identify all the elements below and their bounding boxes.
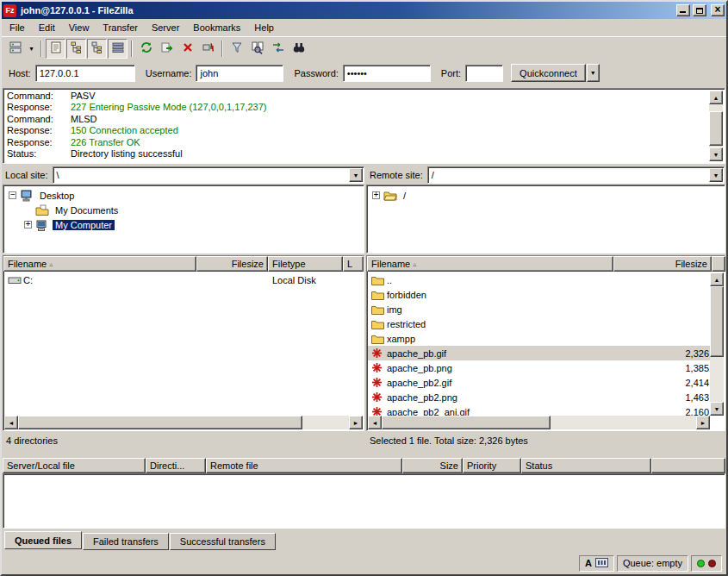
sync-browsing-button[interactable] xyxy=(268,39,288,59)
file-name: apache_pb.png xyxy=(387,363,452,373)
disconnect-button[interactable] xyxy=(198,39,218,59)
find-button[interactable] xyxy=(289,39,308,59)
panel-splitter[interactable] xyxy=(364,164,367,431)
scrollbar-track[interactable] xyxy=(18,416,349,429)
compare-button[interactable] xyxy=(247,39,267,59)
column-header-priority[interactable]: Priority xyxy=(463,458,521,473)
column-header-filename[interactable]: Filename▵ xyxy=(3,256,196,272)
menu-server[interactable]: Server xyxy=(145,19,186,36)
refresh-button[interactable] xyxy=(136,39,156,59)
password-input[interactable] xyxy=(343,65,431,82)
scrollbar-track[interactable] xyxy=(709,104,723,147)
scrollbar-track[interactable] xyxy=(382,416,696,429)
column-header-local-file[interactable]: Server/Local file xyxy=(3,458,146,473)
scrollbar-track[interactable] xyxy=(710,286,724,402)
scroll-left-button[interactable]: ◄ xyxy=(4,416,18,429)
tree-item-root[interactable]: + / xyxy=(367,188,725,203)
process-queue-button[interactable] xyxy=(157,39,177,59)
tree-item-desktop[interactable]: − Desktop xyxy=(3,188,364,203)
site-manager-dropdown-button[interactable]: ▼ xyxy=(26,39,37,59)
host-input[interactable] xyxy=(35,65,135,82)
toggle-queue-button[interactable] xyxy=(108,39,128,59)
scroll-right-button[interactable]: ► xyxy=(349,416,363,429)
scroll-down-button[interactable]: ▼ xyxy=(709,147,723,161)
file-row[interactable]: apache_pb2.gif 2,414 xyxy=(368,375,710,390)
chevron-down-icon[interactable]: ▼ xyxy=(709,168,723,182)
toggle-message-log-button[interactable] xyxy=(46,39,65,59)
cancel-button[interactable] xyxy=(177,39,197,59)
local-rows: C: Local Disk xyxy=(4,272,363,416)
file-row[interactable]: xampp xyxy=(368,331,710,346)
scroll-up-button[interactable]: ▲ xyxy=(710,272,724,286)
file-row[interactable]: apache_pb2_ani.gif 2,160 xyxy=(368,404,710,416)
menu-edit[interactable]: Edit xyxy=(32,19,62,36)
scrollbar-thumb[interactable] xyxy=(18,416,302,429)
file-row[interactable]: apache_pb.png 1,385 xyxy=(368,360,710,375)
tab-queued-files[interactable]: Queued files xyxy=(4,531,82,549)
quickconnect-button[interactable]: Quickconnect xyxy=(511,64,586,82)
column-header-size[interactable]: Size xyxy=(402,458,463,473)
queue-body[interactable] xyxy=(3,473,725,529)
expand-icon[interactable]: + xyxy=(372,191,380,199)
maximize-button[interactable] xyxy=(693,4,706,16)
column-header-filetype[interactable]: Filetype xyxy=(268,256,343,272)
file-row-selected[interactable]: apache_pb.gif 2,326 xyxy=(368,346,710,360)
site-manager-button[interactable] xyxy=(5,39,25,59)
toggle-local-tree-button[interactable] xyxy=(66,39,86,59)
menu-help[interactable]: Help xyxy=(247,19,281,36)
tab-successful-transfers[interactable]: Successful transfers xyxy=(170,533,276,550)
file-name: apache_pb2_ani.gif xyxy=(387,407,470,416)
chevron-down-icon[interactable]: ▼ xyxy=(349,168,363,182)
scroll-down-button[interactable]: ▼ xyxy=(710,402,724,416)
log-scrollbar[interactable]: ▲ ▼ xyxy=(709,91,723,161)
toggle-remote-tree-button[interactable] xyxy=(87,39,107,59)
tab-failed-transfers[interactable]: Failed transfers xyxy=(83,533,169,550)
username-input[interactable] xyxy=(196,65,283,82)
column-header-filename[interactable]: Filename▵ xyxy=(367,256,613,272)
scrollbar-thumb[interactable] xyxy=(382,416,551,429)
local-site-combo[interactable]: \ ▼ xyxy=(53,166,364,184)
filezilla-logo-icon[interactable]: Fz xyxy=(3,4,16,17)
remote-hscrollbar[interactable]: ◄ ► xyxy=(368,416,710,429)
file-row[interactable]: .. xyxy=(368,272,710,287)
menu-bookmarks[interactable]: Bookmarks xyxy=(186,19,247,36)
selected-tree-label[interactable]: My Computer xyxy=(53,220,115,230)
filezilla-window: Fz john@127.0.0.1 - FileZilla × File Edi… xyxy=(0,0,728,576)
expand-icon[interactable]: + xyxy=(24,221,32,229)
menu-transfer[interactable]: Transfer xyxy=(96,19,145,36)
remote-site-combo[interactable]: / ▼ xyxy=(427,166,725,184)
remote-vscrollbar[interactable]: ▲ ▼ xyxy=(710,272,724,416)
column-header-direction[interactable]: Directi... xyxy=(146,458,206,473)
port-input[interactable] xyxy=(465,65,503,82)
minimize-button[interactable] xyxy=(676,4,690,16)
file-row[interactable]: apache_pb2.png 1,463 xyxy=(368,390,710,404)
scroll-right-button[interactable]: ► xyxy=(696,416,710,429)
file-row[interactable]: forbidden xyxy=(368,287,710,302)
column-header-remote-file[interactable]: Remote file xyxy=(206,458,402,473)
column-header-filesize[interactable]: Filesize xyxy=(613,256,712,272)
column-header-filesize[interactable]: Filesize xyxy=(196,256,268,272)
collapse-icon[interactable]: − xyxy=(9,191,16,199)
title-bar[interactable]: Fz john@127.0.0.1 - FileZilla × xyxy=(2,2,726,19)
horizontal-splitter[interactable] xyxy=(2,448,726,457)
tree-item-my-computer[interactable]: + My Computer xyxy=(3,217,364,232)
file-row[interactable]: img xyxy=(368,302,710,316)
column-header-last-modified[interactable]: L xyxy=(343,256,364,272)
scrollbar-thumb[interactable] xyxy=(710,286,724,357)
scrollbar-thumb[interactable] xyxy=(709,111,723,146)
close-button[interactable]: × xyxy=(711,4,725,16)
scroll-up-button[interactable]: ▲ xyxy=(709,91,723,104)
file-name: forbidden xyxy=(387,290,426,300)
open-folder-icon xyxy=(383,190,397,201)
file-row[interactable]: restricted xyxy=(368,316,710,331)
menu-view[interactable]: View xyxy=(62,19,96,36)
menu-file[interactable]: File xyxy=(3,19,32,36)
scroll-left-button[interactable]: ◄ xyxy=(368,416,382,429)
file-row[interactable]: C: Local Disk xyxy=(4,272,363,287)
quickconnect-dropdown-button[interactable]: ▼ xyxy=(587,64,600,82)
column-header-status[interactable]: Status xyxy=(521,458,651,473)
filter-button[interactable] xyxy=(227,39,246,59)
tree-item-my-documents[interactable]: My Documents xyxy=(3,203,364,217)
local-hscrollbar[interactable]: ◄ ► xyxy=(4,416,363,429)
log-line: Response:150 Connection accepted xyxy=(7,125,707,136)
